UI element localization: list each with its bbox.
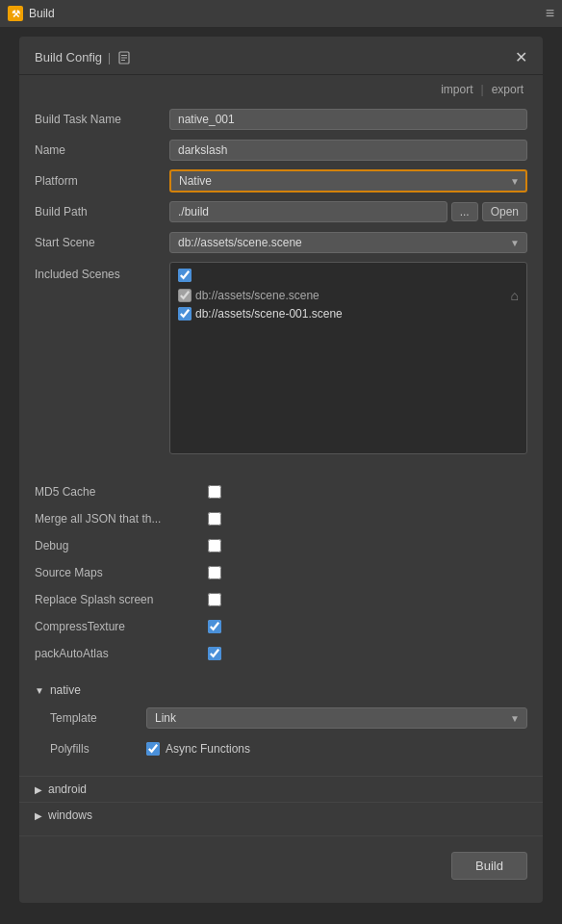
- start-scene-row: Start Scene db://assets/scene.scene db:/…: [35, 231, 527, 254]
- windows-triangle: ▶: [35, 810, 42, 821]
- async-functions-label: Async Functions: [166, 742, 250, 756]
- android-triangle: ▶: [35, 784, 42, 795]
- scene-row-2: db://assets/scene-001.scene: [178, 305, 519, 322]
- md5-cache-label: MD5 Cache: [35, 485, 208, 499]
- polyfills-checkbox-group: Async Functions: [146, 742, 527, 756]
- template-row: Template Link Copy Default ▼: [50, 706, 527, 730]
- panel-title: Build Config: [35, 50, 102, 64]
- template-select[interactable]: Link Copy Default: [146, 707, 527, 729]
- included-scenes-label: Included Scenes: [35, 262, 169, 281]
- debug-label: Debug: [35, 539, 208, 552]
- included-scenes-row: Included Scenes db://assets/scene.scene …: [35, 262, 527, 454]
- compress-texture-row: CompressTexture: [35, 616, 527, 637]
- md5-cache-row: MD5 Cache: [35, 481, 527, 502]
- start-scene-control: db://assets/scene.scene db://assets/scen…: [169, 232, 527, 253]
- scene-row-1: db://assets/scene.scene ⌂: [178, 286, 519, 305]
- import-button[interactable]: import: [437, 81, 476, 98]
- build-path-input-group: ... Open: [169, 201, 527, 222]
- polyfills-control: Async Functions: [146, 742, 527, 756]
- native-triangle: ▼: [35, 685, 44, 696]
- android-section-header[interactable]: ▶ android: [19, 776, 543, 802]
- compress-texture-label: CompressTexture: [35, 620, 208, 633]
- build-btn-area: Build: [19, 835, 543, 895]
- template-control: Link Copy Default ▼: [146, 707, 527, 729]
- action-separator: |: [481, 83, 484, 96]
- windows-section-header[interactable]: ▶ windows: [19, 802, 543, 828]
- replace-splash-row: Replace Splash screen: [35, 589, 527, 610]
- name-label: Name: [35, 143, 169, 157]
- action-bar: import | export: [19, 75, 543, 104]
- scenes-all-row: [178, 269, 519, 282]
- title-separator: |: [108, 51, 111, 64]
- replace-splash-checkbox[interactable]: [208, 593, 221, 606]
- native-section-body: Template Link Copy Default ▼ Polyfills A…: [19, 703, 543, 776]
- form-area: Build Task Name Name Platform Native Web…: [19, 104, 543, 481]
- select-all-scenes-checkbox[interactable]: [178, 269, 192, 282]
- pack-auto-atlas-checkbox[interactable]: [208, 647, 221, 660]
- native-section-label: native: [50, 683, 81, 697]
- build-path-input[interactable]: [169, 201, 447, 222]
- platform-label: Platform: [35, 174, 169, 188]
- async-functions-checkbox[interactable]: [146, 742, 160, 756]
- build-button[interactable]: Build: [451, 852, 527, 880]
- compress-texture-checkbox[interactable]: [208, 620, 221, 633]
- debug-row: Debug: [35, 535, 527, 556]
- pack-auto-atlas-label: packAutoAtlas: [35, 647, 208, 660]
- merge-json-row: Merge all JSON that th...: [35, 508, 527, 529]
- home-icon: ⌂: [511, 288, 519, 303]
- scene-2-checkbox[interactable]: [178, 307, 192, 321]
- scene-2-name: db://assets/scene-001.scene: [195, 307, 519, 321]
- source-maps-row: Source Maps: [35, 562, 527, 583]
- replace-splash-label: Replace Splash screen: [35, 593, 208, 606]
- build-task-name-control: [169, 109, 527, 130]
- open-button[interactable]: Open: [482, 202, 527, 221]
- build-config-panel: Build Config | ✕ import | export Build T…: [19, 37, 543, 903]
- build-task-name-input[interactable]: [169, 109, 527, 130]
- top-bar-title: Build: [29, 7, 55, 20]
- build-path-control: ... Open: [169, 201, 527, 222]
- pack-auto-atlas-row: packAutoAtlas: [35, 643, 527, 664]
- native-section-header[interactable]: ▼ native: [19, 678, 543, 703]
- included-scenes-control: db://assets/scene.scene ⌂ db://assets/sc…: [169, 262, 527, 454]
- debug-checkbox[interactable]: [208, 539, 221, 552]
- name-input[interactable]: [169, 140, 527, 161]
- polyfills-row: Polyfills Async Functions: [50, 737, 527, 760]
- platform-select-wrapper: Native Web Mobile Web Desktop Android iO…: [169, 169, 527, 192]
- build-task-name-row: Build Task Name: [35, 108, 527, 131]
- scene-1-name: db://assets/scene.scene: [195, 289, 507, 302]
- merge-json-label: Merge all JSON that th...: [35, 512, 208, 526]
- template-label: Template: [50, 711, 146, 725]
- windows-section-label: windows: [48, 808, 92, 822]
- name-control: [169, 140, 527, 161]
- build-icon: ⚒: [8, 6, 23, 21]
- polyfills-label: Polyfills: [50, 742, 146, 756]
- platform-select[interactable]: Native Web Mobile Web Desktop Android iO…: [169, 169, 527, 192]
- scene-1-checkbox[interactable]: [178, 289, 192, 302]
- template-select-wrapper: Link Copy Default ▼: [146, 707, 527, 729]
- export-button[interactable]: export: [488, 81, 527, 98]
- source-maps-label: Source Maps: [35, 566, 208, 579]
- note-icon[interactable]: [116, 50, 132, 65]
- source-maps-checkbox[interactable]: [208, 566, 221, 579]
- build-path-row: Build Path ... Open: [35, 200, 527, 223]
- android-section-label: android: [48, 783, 87, 796]
- build-task-name-label: Build Task Name: [35, 113, 169, 126]
- top-bar: ⚒ Build ≡: [0, 0, 562, 27]
- browse-button[interactable]: ...: [451, 202, 478, 221]
- start-scene-select-wrapper: db://assets/scene.scene db://assets/scen…: [169, 232, 527, 253]
- name-row: Name: [35, 139, 527, 162]
- md5-cache-checkbox[interactable]: [208, 485, 221, 499]
- build-path-label: Build Path: [35, 205, 169, 218]
- panel-header: Build Config | ✕: [19, 37, 543, 75]
- start-scene-label: Start Scene: [35, 236, 169, 249]
- platform-control: Native Web Mobile Web Desktop Android iO…: [169, 169, 527, 192]
- start-scene-select[interactable]: db://assets/scene.scene db://assets/scen…: [169, 232, 527, 253]
- options-section: MD5 Cache Merge all JSON that th... Debu…: [19, 481, 543, 678]
- merge-json-checkbox[interactable]: [208, 512, 221, 526]
- platform-row: Platform Native Web Mobile Web Desktop A…: [35, 169, 527, 192]
- menu-icon[interactable]: ≡: [546, 5, 554, 22]
- scenes-container: db://assets/scene.scene ⌂ db://assets/sc…: [169, 262, 527, 454]
- close-button[interactable]: ✕: [515, 48, 527, 66]
